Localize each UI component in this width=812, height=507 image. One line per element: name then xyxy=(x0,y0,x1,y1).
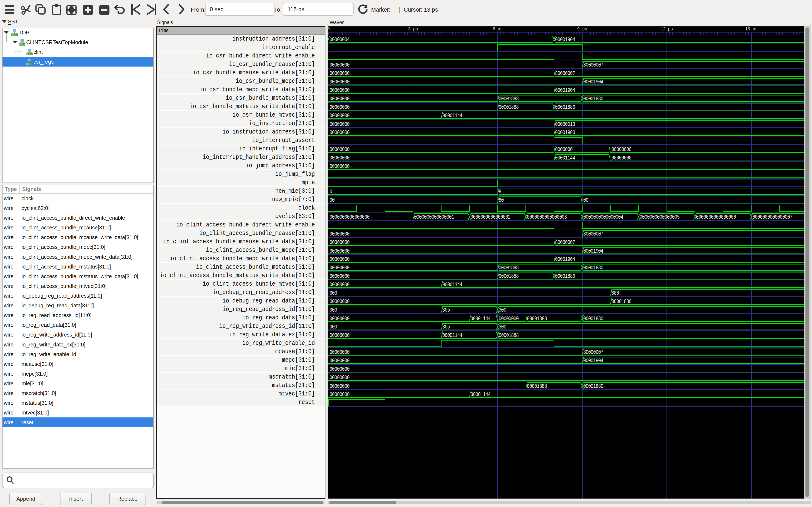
svg-text:00000000: 00000000 xyxy=(329,147,350,153)
svg-text:00001880: 00001880 xyxy=(583,383,603,389)
svg-text:00001888: 00001888 xyxy=(527,316,547,322)
svg-text:00000000: 00000000 xyxy=(329,231,350,237)
svg-text:00001888: 00001888 xyxy=(527,383,547,389)
svg-text:00: 00 xyxy=(329,197,335,204)
svg-text:00000000: 00000000 xyxy=(329,332,350,339)
svg-text:0: 0 xyxy=(329,189,332,195)
svg-text:00001880: 00001880 xyxy=(612,298,631,305)
svg-text:00001144: 00001144 xyxy=(470,391,491,398)
svg-text:00001888: 00001888 xyxy=(499,104,518,110)
svg-text:3 ps: 3 ps xyxy=(408,27,418,32)
svg-text:00001904: 00001904 xyxy=(583,248,603,254)
svg-text:00001900: 00001900 xyxy=(555,129,575,136)
svg-text:00000000: 00000000 xyxy=(329,273,350,279)
svg-text:000: 000 xyxy=(329,290,337,296)
svg-text:00001904: 00001904 xyxy=(555,37,575,43)
svg-text:00000001: 00000001 xyxy=(555,147,575,153)
svg-text:300: 300 xyxy=(499,324,506,330)
svg-text:0000000000000007: 0000000000000007 xyxy=(752,214,792,220)
svg-text:00000000: 00000000 xyxy=(329,96,350,102)
svg-text:00001880: 00001880 xyxy=(555,273,575,279)
svg-text:8: 8 xyxy=(499,189,501,195)
svg-text:00001888: 00001888 xyxy=(499,273,518,279)
svg-text:00001888: 00001888 xyxy=(499,265,518,271)
svg-text:00000000: 00000000 xyxy=(329,265,350,271)
svg-text:00001888: 00001888 xyxy=(499,96,518,102)
svg-text:00000000: 00000000 xyxy=(612,155,631,161)
svg-text:00000000: 00000000 xyxy=(499,316,518,322)
svg-text:00000000: 00000000 xyxy=(329,366,350,373)
svg-text:00000000: 00000000 xyxy=(329,104,350,110)
svg-text:00001144: 00001144 xyxy=(442,282,462,288)
svg-text:00001904: 00001904 xyxy=(555,256,575,263)
svg-text:305: 305 xyxy=(442,324,450,330)
svg-text:00001144: 00001144 xyxy=(555,155,575,161)
svg-text:0000000000000003: 0000000000000003 xyxy=(527,214,567,220)
svg-text:000: 000 xyxy=(329,324,337,330)
svg-text:00000000: 00000000 xyxy=(329,87,350,94)
svg-text:00000000: 00000000 xyxy=(329,358,350,364)
svg-text:00000000: 00000000 xyxy=(329,121,350,127)
svg-text:00001904: 00001904 xyxy=(555,87,575,94)
svg-text:00000000: 00000000 xyxy=(329,298,350,305)
svg-text:305: 305 xyxy=(442,307,450,313)
svg-text:00001144: 00001144 xyxy=(470,316,491,322)
svg-text:00001904: 00001904 xyxy=(583,79,603,85)
svg-text:00001144: 00001144 xyxy=(442,332,462,339)
svg-text:80: 80 xyxy=(499,197,504,204)
svg-text:00001880: 00001880 xyxy=(583,265,603,271)
svg-text:0000000000000005: 0000000000000005 xyxy=(640,214,679,220)
svg-text:00000000: 00000000 xyxy=(329,129,350,136)
svg-text:80000007: 80000007 xyxy=(583,349,603,355)
svg-text:0000000000000000: 0000000000000000 xyxy=(329,214,370,220)
svg-text:00000000: 00000000 xyxy=(329,248,350,254)
svg-text:00: 00 xyxy=(583,197,588,204)
svg-text:00000000: 00000000 xyxy=(329,239,350,246)
svg-text:00000000: 00000000 xyxy=(329,155,350,161)
svg-text:0000000000000002: 0000000000000002 xyxy=(470,214,510,220)
svg-text:0000000000000006: 0000000000000006 xyxy=(696,214,736,220)
svg-text:80000007: 80000007 xyxy=(583,231,603,237)
svg-text:6 ps: 6 ps xyxy=(493,27,503,32)
svg-text:00001904: 00001904 xyxy=(583,358,603,364)
svg-text:12 ps: 12 ps xyxy=(661,27,673,32)
svg-text:00000000: 00000000 xyxy=(329,391,350,398)
svg-text:00000013: 00000013 xyxy=(555,121,575,127)
svg-text:00000000: 00000000 xyxy=(329,383,350,389)
svg-text:00000000: 00000000 xyxy=(329,316,350,322)
svg-text:80000007: 80000007 xyxy=(583,62,603,68)
svg-text:00001144: 00001144 xyxy=(442,113,462,119)
svg-text:00001880: 00001880 xyxy=(583,96,603,102)
svg-text:0: 0 xyxy=(328,27,329,32)
svg-text:00001880: 00001880 xyxy=(555,104,575,110)
svg-text:0000000000000001: 0000000000000001 xyxy=(414,214,454,220)
svg-text:00000000: 00000000 xyxy=(329,70,350,77)
svg-text:00000000: 00000000 xyxy=(329,62,350,68)
svg-text:00000000: 00000000 xyxy=(329,349,350,355)
svg-text:80000007: 80000007 xyxy=(555,70,575,77)
svg-text:000: 000 xyxy=(329,307,337,313)
svg-text:300: 300 xyxy=(499,307,506,313)
svg-text:00000000: 00000000 xyxy=(329,113,350,119)
svg-text:00000000: 00000000 xyxy=(329,79,350,85)
svg-text:80000007: 80000007 xyxy=(555,239,575,246)
svg-text:00000000: 00000000 xyxy=(612,147,631,153)
svg-text:00000004: 00000004 xyxy=(329,37,350,43)
svg-text:00000000: 00000000 xyxy=(329,163,350,170)
svg-text:00001888: 00001888 xyxy=(499,332,518,339)
svg-text:300: 300 xyxy=(612,290,619,296)
svg-text:00000000: 00000000 xyxy=(329,375,350,381)
svg-text:00000000: 00000000 xyxy=(329,256,350,263)
svg-text:00000000: 00000000 xyxy=(329,282,350,288)
svg-text:00001880: 00001880 xyxy=(583,316,603,322)
svg-text:9 ps: 9 ps xyxy=(577,27,587,32)
svg-text:15 ps: 15 ps xyxy=(745,27,758,32)
svg-text:0000000000000004: 0000000000000004 xyxy=(583,214,623,220)
